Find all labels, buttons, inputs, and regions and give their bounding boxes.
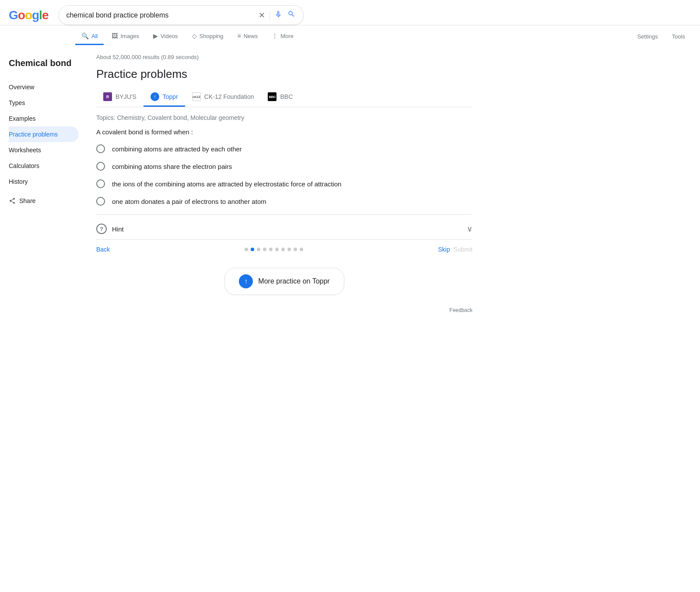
search-button[interactable] — [287, 9, 296, 21]
skip-button[interactable]: Skip — [438, 246, 450, 253]
settings-link[interactable]: Settings — [631, 28, 664, 44]
tab-news[interactable]: ≡ News — [231, 27, 264, 45]
submit-button[interactable]: Submit — [453, 246, 472, 253]
sidebar-item-practice-problems[interactable]: Practice problems — [9, 126, 79, 142]
main-content: Chemical bond Overview Types Examples Pr… — [0, 45, 700, 320]
question-text: A covalent bond is formed when : — [96, 128, 472, 136]
more-icon: ⋮ — [272, 32, 278, 39]
hint-icon: ? — [96, 224, 107, 234]
radio-d[interactable] — [96, 197, 105, 206]
google-logo: Google — [9, 8, 48, 22]
dot-10 — [300, 248, 303, 251]
dot-5 — [269, 248, 273, 251]
source-tab-bbc[interactable]: BBC BBC — [261, 88, 300, 107]
sidebar-item-worksheets[interactable]: Worksheets — [9, 142, 79, 158]
share-button[interactable]: Share — [9, 193, 79, 209]
sidebar: Chemical bond Overview Types Examples Pr… — [9, 54, 79, 320]
option-d: one atom donates a pair of electrons to … — [96, 197, 472, 206]
search-bar: ✕ — [59, 5, 304, 25]
bbc-icon: BBC — [268, 92, 276, 101]
feedback-link[interactable]: Feedback — [96, 304, 472, 320]
topics: Topics: Chemistry, Covalent bond, Molecu… — [96, 114, 472, 121]
nav-dots — [113, 248, 434, 251]
divider — [270, 11, 270, 20]
tab-more[interactable]: ⋮ More — [266, 27, 300, 45]
sidebar-title: Chemical bond — [9, 57, 79, 69]
tab-shopping[interactable]: ◇ Shopping — [186, 27, 230, 45]
toppr-icon: ↑ — [150, 92, 159, 101]
header: Google ✕ — [0, 0, 700, 25]
hint-divider — [96, 214, 472, 215]
source-tabs: B BYJU'S ↑ Toppr ck12 CK-12 Foundation B… — [96, 88, 472, 107]
more-practice-button[interactable]: ↑ More practice on Toppr — [224, 268, 344, 295]
dot-6 — [275, 248, 279, 251]
sidebar-item-overview[interactable]: Overview — [9, 79, 79, 95]
search-input[interactable] — [66, 11, 254, 19]
hint-row[interactable]: ? Hint ∨ — [96, 218, 472, 239]
dot-3 — [257, 248, 260, 251]
sidebar-item-types[interactable]: Types — [9, 95, 79, 111]
sidebar-nav: Overview Types Examples Practice problem… — [9, 79, 79, 189]
option-a-text: combining atoms are attracted by each ot… — [112, 145, 242, 153]
tab-all[interactable]: 🔍 All — [75, 27, 104, 45]
option-b-text: combining atoms share the electron pairs — [112, 163, 232, 170]
dot-1 — [245, 248, 248, 251]
options-list: combining atoms are attracted by each ot… — [96, 144, 472, 206]
source-tab-toppr[interactable]: ↑ Toppr — [144, 88, 185, 107]
voice-search-button[interactable] — [273, 9, 283, 21]
ck12-icon: ck12 — [192, 92, 201, 101]
option-c: the ions of the combining atoms are attr… — [96, 179, 472, 188]
practice-title: Practice problems — [96, 67, 472, 81]
content-area: About 52,000,000 results (0.89 seconds) … — [79, 54, 472, 320]
radio-b[interactable] — [96, 162, 105, 171]
images-icon: 🖼 — [112, 32, 118, 39]
radio-c[interactable] — [96, 179, 105, 188]
tab-images[interactable]: 🖼 Images — [105, 27, 145, 45]
source-tab-byjus[interactable]: B BYJU'S — [96, 88, 144, 107]
toppr-logo: ↑ — [239, 274, 253, 288]
hint-label: Hint — [112, 225, 462, 233]
shopping-icon: ◇ — [192, 32, 197, 39]
tab-videos[interactable]: ▶ Videos — [147, 27, 184, 45]
tools-link[interactable]: Tools — [666, 28, 691, 44]
dot-7 — [281, 248, 285, 251]
more-practice-wrapper: ↑ More practice on Toppr — [96, 259, 472, 304]
option-b: combining atoms share the electron pairs — [96, 162, 472, 171]
byjus-icon: B — [103, 92, 112, 101]
dot-8 — [287, 248, 291, 251]
results-count: About 52,000,000 results (0.89 seconds) — [96, 54, 472, 60]
share-label: Share — [19, 197, 35, 204]
dot-2 — [251, 248, 254, 251]
news-icon: ≡ — [238, 32, 241, 39]
back-button[interactable]: Back — [96, 246, 110, 253]
question-nav-bar: Back Skip Submit — [96, 239, 472, 259]
hint-chevron-icon: ∨ — [467, 224, 472, 234]
dot-9 — [294, 248, 297, 251]
sidebar-item-examples[interactable]: Examples — [9, 111, 79, 126]
sidebar-item-history[interactable]: History — [9, 174, 79, 189]
option-c-text: the ions of the combining atoms are attr… — [112, 180, 341, 188]
dot-4 — [263, 248, 266, 251]
search-icon: 🔍 — [81, 32, 89, 39]
clear-button[interactable]: ✕ — [258, 10, 266, 21]
nav-tabs: 🔍 All 🖼 Images ▶ Videos ◇ Shopping ≡ New… — [0, 27, 700, 45]
more-practice-label: More practice on Toppr — [258, 277, 329, 285]
sidebar-item-calculators[interactable]: Calculators — [9, 158, 79, 174]
option-a: combining atoms are attracted by each ot… — [96, 144, 472, 153]
option-d-text: one atom donates a pair of electrons to … — [112, 198, 266, 205]
videos-icon: ▶ — [153, 32, 158, 39]
radio-a[interactable] — [96, 144, 105, 153]
source-tab-ck12[interactable]: ck12 CK-12 Foundation — [185, 88, 261, 107]
